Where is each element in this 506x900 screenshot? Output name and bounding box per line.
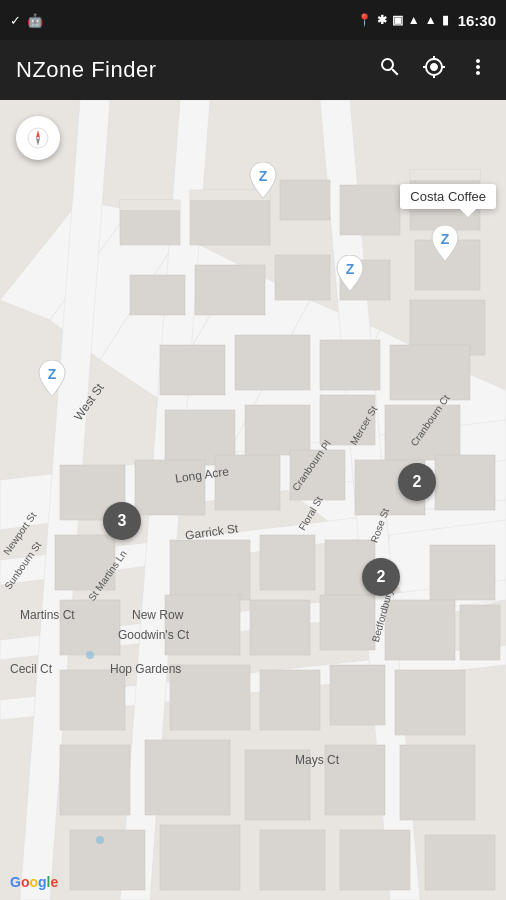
svg-text:Z: Z: [346, 261, 355, 277]
svg-rect-56: [60, 745, 130, 815]
svg-rect-61: [70, 830, 145, 890]
svg-text:Z: Z: [259, 168, 268, 184]
svg-rect-49: [385, 600, 455, 660]
cluster-marker-2-right[interactable]: 2: [398, 463, 436, 501]
svg-point-69: [86, 651, 94, 659]
svg-text:Z: Z: [48, 366, 57, 382]
signal-icon: ▲: [425, 13, 437, 27]
goodwins-ct-label: Goodwin's Ct: [118, 628, 189, 642]
svg-rect-54: [330, 665, 385, 725]
more-options-button[interactable]: [466, 55, 490, 85]
svg-rect-17: [280, 180, 330, 220]
z-marker-2[interactable]: Z: [430, 225, 460, 261]
status-right-icons: 📍 ✱ ▣ ▲ ▲ ▮ 16:30: [357, 12, 496, 29]
hop-gardens-label: Hop Gardens: [110, 662, 181, 676]
app-bar-icons: [378, 55, 490, 85]
svg-rect-18: [340, 185, 400, 235]
svg-rect-31: [245, 405, 310, 455]
android-icon: 🤖: [27, 13, 43, 28]
my-location-button[interactable]: [422, 55, 446, 85]
status-left-icons: ✓ 🤖: [10, 13, 43, 28]
compass-button[interactable]: [16, 116, 60, 160]
martins-ct-label: Martins Ct: [20, 608, 75, 622]
svg-point-70: [96, 836, 104, 844]
time-display: 16:30: [458, 12, 496, 29]
svg-marker-72: [36, 130, 40, 138]
svg-rect-64: [340, 830, 410, 890]
svg-rect-52: [170, 665, 250, 730]
vibrate-icon: ▣: [392, 13, 403, 27]
location-icon: 📍: [357, 13, 372, 27]
svg-rect-50: [460, 605, 500, 660]
svg-marker-73: [36, 138, 40, 146]
svg-rect-22: [130, 275, 185, 315]
svg-rect-66: [120, 200, 180, 210]
svg-rect-26: [160, 345, 225, 395]
new-row-label: New Row: [132, 608, 183, 622]
svg-rect-42: [260, 535, 315, 590]
costa-coffee-label[interactable]: Costa Coffee: [400, 184, 496, 209]
svg-rect-48: [320, 595, 375, 650]
cluster-marker-3[interactable]: 3: [103, 502, 141, 540]
google-logo: Google: [10, 874, 58, 890]
svg-rect-23: [195, 265, 265, 315]
app-bar: NZone Finder: [0, 40, 506, 100]
wifi-icon: ▲: [408, 13, 420, 27]
cecil-ct-label: Cecil Ct: [10, 662, 52, 676]
svg-rect-39: [435, 455, 495, 510]
cluster-marker-2-center[interactable]: 2: [362, 558, 400, 596]
check-icon: ✓: [10, 13, 21, 28]
svg-rect-65: [425, 835, 495, 890]
svg-rect-68: [410, 170, 480, 180]
bluetooth-icon: ✱: [377, 13, 387, 27]
svg-rect-27: [235, 335, 310, 390]
svg-rect-53: [260, 670, 320, 730]
svg-rect-41: [170, 540, 250, 600]
svg-rect-62: [160, 825, 240, 890]
svg-rect-46: [165, 595, 240, 655]
svg-rect-55: [395, 670, 465, 735]
battery-icon: ▮: [442, 13, 449, 27]
mays-ct-label: Mays Ct: [295, 753, 339, 767]
svg-rect-24: [275, 255, 330, 300]
svg-rect-28: [320, 340, 380, 390]
z-marker-1[interactable]: Z: [248, 162, 278, 198]
map-container[interactable]: West St Long Acre Garrick St Newport St …: [0, 100, 506, 900]
svg-rect-36: [215, 455, 280, 510]
status-bar: ✓ 🤖 📍 ✱ ▣ ▲ ▲ ▮ 16:30: [0, 0, 506, 40]
app-title: NZone Finder: [16, 57, 157, 83]
search-button[interactable]: [378, 55, 402, 85]
z-marker-4[interactable]: Z: [37, 360, 67, 396]
svg-rect-60: [400, 745, 475, 820]
svg-rect-51: [60, 670, 125, 730]
svg-rect-57: [145, 740, 230, 815]
svg-rect-63: [260, 830, 325, 890]
z-marker-3[interactable]: Z: [335, 255, 365, 291]
svg-rect-29: [390, 345, 470, 400]
svg-text:Z: Z: [441, 231, 450, 247]
svg-rect-44: [430, 545, 495, 600]
map-svg: [0, 100, 506, 900]
svg-rect-47: [250, 600, 310, 655]
